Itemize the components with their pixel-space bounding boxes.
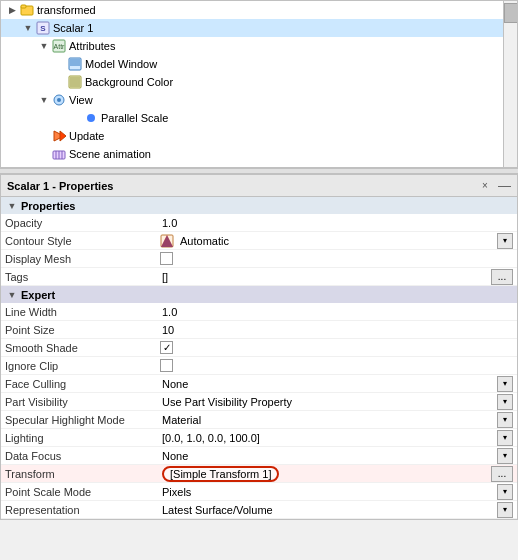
prop-part-visibility-value[interactable]: Use Part Visibility Property <box>160 396 495 408</box>
prop-contour-style-label: Contour Style <box>5 235 160 247</box>
menu-button[interactable]: — <box>498 178 511 193</box>
prop-display-mesh-container <box>160 252 513 265</box>
part-visibility-dropdown[interactable]: ▾ <box>497 394 513 410</box>
prop-transform-value[interactable]: [Simple Transform 1] <box>160 466 489 482</box>
representation-dropdown[interactable]: ▾ <box>497 502 513 518</box>
prop-contour-style-container: Automatic ▾ <box>160 233 513 249</box>
prop-part-visibility-container: Use Part Visibility Property ▾ <box>160 394 513 410</box>
smooth-shade-checkbox[interactable] <box>160 341 173 354</box>
point-scale-mode-dropdown[interactable]: ▾ <box>497 484 513 500</box>
tree-item-label: Background Color <box>85 76 173 88</box>
scalar-icon: S <box>35 20 51 36</box>
contour-style-icon <box>160 234 174 248</box>
transform-dots-button[interactable]: ... <box>491 466 513 482</box>
prop-tags-value[interactable]: [] <box>160 271 489 283</box>
prop-lighting-value[interactable]: [0.0, 1.0, 0.0, 100.0] <box>160 432 495 444</box>
prop-contour-style-value[interactable]: Automatic <box>178 235 495 247</box>
tree-item-label: Update <box>69 130 104 142</box>
contour-style-dropdown[interactable]: ▾ <box>497 233 513 249</box>
tree-item-label: Attributes <box>69 40 115 52</box>
expand-icon[interactable]: ▼ <box>21 21 35 35</box>
tree-item-parallel-scale[interactable]: ▶ Parallel Scale <box>1 109 517 127</box>
tree-item-scalar1[interactable]: ▼ S Scalar 1 <box>1 19 517 37</box>
prop-face-culling: Face Culling None ▾ <box>1 375 517 393</box>
expand-icon[interactable]: ▶ <box>5 3 19 17</box>
prop-opacity-label: Opacity <box>5 217 160 229</box>
attributes-icon: Attr <box>51 38 67 54</box>
face-culling-dropdown[interactable]: ▾ <box>497 376 513 392</box>
prop-point-size-value[interactable]: 10 <box>160 324 513 336</box>
prop-smooth-shade: Smooth Shade <box>1 339 517 357</box>
prop-part-visibility-label: Part Visibility <box>5 396 160 408</box>
display-mesh-checkbox[interactable] <box>160 252 173 265</box>
properties-header: Scalar 1 - Properties × — <box>1 175 517 197</box>
svg-rect-1 <box>21 5 26 8</box>
section-properties[interactable]: ▼ Properties <box>1 197 517 214</box>
prop-smooth-shade-label: Smooth Shade <box>5 342 160 354</box>
prop-line-width-value[interactable]: 1.0 <box>160 306 513 318</box>
tree-item-view[interactable]: ▼ View <box>1 91 517 109</box>
prop-point-size: Point Size 10 <box>1 321 517 339</box>
prop-data-focus-value[interactable]: None <box>160 450 495 462</box>
model-window-icon <box>67 56 83 72</box>
prop-data-focus: Data Focus None ▾ <box>1 447 517 465</box>
dot-icon <box>83 110 99 126</box>
expand-icon[interactable]: ▼ <box>37 39 51 53</box>
tree-item-model-window[interactable]: ▶ Model Window <box>1 55 517 73</box>
prop-ignore-clip-label: Ignore Clip <box>5 360 160 372</box>
prop-representation-container: Latest Surface/Volume ▾ <box>160 502 513 518</box>
tree-item-update[interactable]: ▶ Update <box>1 127 517 145</box>
prop-representation: Representation Latest Surface/Volume ▾ <box>1 501 517 519</box>
tree-item-background-color[interactable]: ▶ Background Color <box>1 73 517 91</box>
expert-expand-icon[interactable]: ▼ <box>5 288 19 302</box>
svg-text:S: S <box>40 24 46 33</box>
svg-point-12 <box>87 114 95 122</box>
tree-item-transformed[interactable]: ▶ transformed <box>1 1 517 19</box>
prop-point-scale-mode-value[interactable]: Pixels <box>160 486 495 498</box>
prop-data-focus-container: None ▾ <box>160 448 513 464</box>
folder-icon <box>19 2 35 18</box>
scrollbar-thumb[interactable] <box>504 3 518 23</box>
expand-icon[interactable]: ▼ <box>37 93 51 107</box>
prop-tags-label: Tags <box>5 271 160 283</box>
prop-point-scale-mode-container: Pixels ▾ <box>160 484 513 500</box>
prop-specular-highlight-mode-label: Specular Highlight Mode <box>5 414 160 426</box>
section-expand-icon[interactable]: ▼ <box>5 199 19 213</box>
tree-item-label: Scene animation <box>69 148 151 160</box>
section-expert[interactable]: ▼ Expert <box>1 286 517 303</box>
prop-face-culling-value[interactable]: None <box>160 378 495 390</box>
ignore-clip-checkbox[interactable] <box>160 359 173 372</box>
prop-line-width: Line Width 1.0 <box>1 303 517 321</box>
tags-dots-button[interactable]: ... <box>491 269 513 285</box>
prop-face-culling-label: Face Culling <box>5 378 160 390</box>
prop-data-focus-label: Data Focus <box>5 450 160 462</box>
prop-point-scale-mode-label: Point Scale Mode <box>5 486 160 498</box>
prop-lighting-label: Lighting <box>5 432 160 444</box>
close-button[interactable]: × <box>478 179 492 193</box>
view-icon <box>51 92 67 108</box>
prop-ignore-clip: Ignore Clip <box>1 357 517 375</box>
tree-item-scene-animation[interactable]: ▶ Scene animation <box>1 145 517 163</box>
prop-transform-container: [Simple Transform 1] ... <box>160 466 513 482</box>
data-focus-dropdown[interactable]: ▾ <box>497 448 513 464</box>
lighting-dropdown[interactable]: ▾ <box>497 430 513 446</box>
prop-representation-value[interactable]: Latest Surface/Volume <box>160 504 495 516</box>
prop-specular-value[interactable]: Material <box>160 414 495 426</box>
tree-panel: ▶ transformed ▼ S Scalar 1 ▼ Attr Attrib… <box>0 0 518 168</box>
tree-item-label: Parallel Scale <box>101 112 168 124</box>
prop-point-scale-mode: Point Scale Mode Pixels ▾ <box>1 483 517 501</box>
prop-contour-style: Contour Style Automatic ▾ <box>1 232 517 250</box>
tree-item-label: View <box>69 94 93 106</box>
prop-opacity-value[interactable]: 1.0 <box>160 217 513 229</box>
tree-item-attributes[interactable]: ▼ Attr Attributes <box>1 37 517 55</box>
tree-scrollbar[interactable] <box>503 1 517 167</box>
prop-display-mesh: Display Mesh <box>1 250 517 268</box>
tree-item-label: Scalar 1 <box>53 22 93 34</box>
specular-dropdown[interactable]: ▾ <box>497 412 513 428</box>
svg-marker-14 <box>60 131 66 141</box>
prop-point-size-label: Point Size <box>5 324 160 336</box>
section-properties-label: Properties <box>21 200 75 212</box>
prop-display-mesh-label: Display Mesh <box>5 253 160 265</box>
transform-oval: [Simple Transform 1] <box>162 466 279 482</box>
svg-rect-7 <box>70 59 80 66</box>
